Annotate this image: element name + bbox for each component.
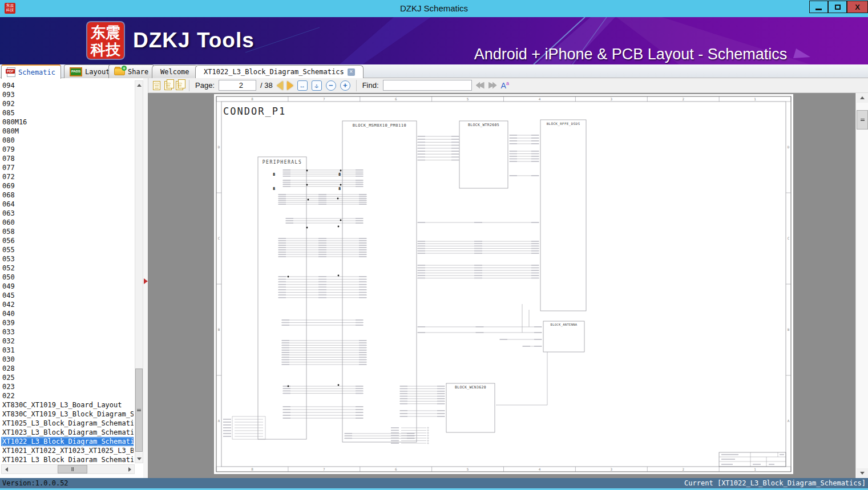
page-label: Page:: [195, 81, 215, 90]
tab-share[interactable]: + Share: [108, 64, 154, 78]
sidebar-item[interactable]: 045: [1, 291, 16, 300]
scroll-right-button[interactable]: [125, 465, 134, 473]
sidebar-item[interactable]: 052: [1, 264, 16, 273]
header-banner: 东震 科技 DZKJ Tools Android + iPhone & PCB …: [0, 17, 868, 64]
sidebar-item[interactable]: 077: [1, 163, 16, 172]
scroll-down-button[interactable]: [135, 455, 143, 463]
scrollbar-thumb[interactable]: [58, 465, 87, 473]
find-input[interactable]: [383, 80, 472, 91]
match-case-icon[interactable]: Aa: [501, 81, 509, 90]
sidebar-item[interactable]: XT1023_L3_Block_Diagram_Schematics: [1, 428, 134, 437]
scrollbar-thumb[interactable]: [135, 368, 143, 452]
doc-tab-current-document[interactable]: XT1022_L3_Block_Diagram_Schematics ×: [195, 65, 364, 78]
sidebar-horizontal-scrollbar[interactable]: [1, 464, 135, 474]
import-page-icon[interactable]: [176, 81, 183, 90]
doc-tab-welcome-label: Welcome: [160, 68, 189, 76]
sidebar-item[interactable]: 032: [1, 337, 16, 346]
svg-text:7: 7: [323, 97, 325, 101]
sidebar-item[interactable]: 085: [1, 108, 16, 118]
find-next-icon[interactable]: [488, 82, 497, 89]
sidebar-item[interactable]: 080M: [1, 127, 20, 136]
sidebar-item[interactable]: 039: [1, 318, 16, 327]
close-tab-icon[interactable]: ×: [348, 68, 355, 76]
tab-bar: PDF Schematic PADS Layout + Share Welcom…: [0, 64, 868, 78]
fit-page-button[interactable]: ↔↕: [312, 80, 322, 91]
maximize-button[interactable]: [828, 1, 847, 13]
tab-layout[interactable]: PADS Layout: [64, 64, 115, 78]
svg-text:A: A: [218, 419, 220, 423]
svg-text:5: 5: [467, 467, 469, 471]
sidebar-item[interactable]: 069: [1, 181, 16, 191]
sidebar-item[interactable]: 042: [1, 300, 16, 309]
block-title: BLOCK_MSM8X10_PM8110: [353, 123, 406, 128]
window-title: DZKJ Schematics: [0, 3, 868, 13]
minimize-button[interactable]: [809, 1, 828, 13]
scroll-up-button[interactable]: [135, 81, 143, 89]
sidebar-item[interactable]: XT830C_XT1019_L3_Board_Layout: [1, 400, 123, 410]
sidebar-item[interactable]: XT1025_L3_Block_Diagram_Schematics: [1, 419, 134, 428]
sidebar-item[interactable]: 040: [1, 309, 16, 318]
fit-width-button[interactable]: ↔: [297, 80, 308, 91]
sidebar-item[interactable]: 078: [1, 154, 16, 163]
sidebar-item[interactable]: 079: [1, 145, 16, 154]
svg-text:B: B: [218, 327, 220, 331]
sidebar-item[interactable]: 072: [1, 172, 16, 181]
close-button[interactable]: X: [847, 1, 868, 13]
application-window: 东震 科技 DZKJ Schematics X 东震 科技 DZKJ Tools…: [0, 0, 868, 490]
zoom-out-button[interactable]: −: [326, 80, 336, 91]
scrollbar-thumb[interactable]: [857, 110, 868, 129]
document-canvas[interactable]: 8877665544332211DDCCBBAACONDOR_P1PERIPHE…: [148, 93, 855, 478]
sidebar-item[interactable]: 023: [1, 382, 16, 391]
sidebar-item[interactable]: 055: [1, 245, 16, 254]
sidebar-item[interactable]: 064: [1, 200, 16, 209]
sidebar-item[interactable]: XT1021_L3_Block_Diagram_Schematics: [1, 455, 134, 462]
sidebar-item[interactable]: 028: [1, 364, 16, 373]
schematic-block: BLOCK_RFFE_DSDS: [540, 120, 586, 311]
sidebar-item[interactable]: 068: [1, 191, 16, 200]
sidebar-item[interactable]: 022: [1, 391, 16, 400]
scroll-left-button[interactable]: [2, 465, 11, 473]
sidebar-item[interactable]: XT1022_L3_Block_Diagram_Schematics: [1, 437, 134, 446]
zoom-in-button[interactable]: +: [340, 80, 350, 91]
previous-page-button[interactable]: [277, 81, 283, 90]
scroll-up-button[interactable]: [857, 93, 868, 103]
doc-tab-welcome[interactable]: Welcome: [152, 65, 198, 78]
sidebar-item[interactable]: 080M16: [1, 118, 28, 127]
sidebar-item[interactable]: 030: [1, 355, 16, 364]
main-vertical-scrollbar[interactable]: [855, 93, 868, 478]
scroll-down-button[interactable]: [857, 468, 868, 478]
page-number-input[interactable]: [219, 80, 256, 91]
svg-text:2: 2: [682, 97, 684, 101]
schematic-page[interactable]: 8877665544332211DDCCBBAACONDOR_P1PERIPHE…: [214, 94, 793, 474]
sidebar-item[interactable]: 080: [1, 136, 16, 145]
sidebar-vertical-scrollbar[interactable]: [135, 80, 143, 463]
page-total: / 38: [260, 81, 273, 90]
sidebar-item[interactable]: 058: [1, 227, 16, 236]
export-page-icon[interactable]: [164, 81, 172, 90]
sidebar-item[interactable]: 050: [1, 273, 16, 282]
svg-text:D: D: [218, 145, 220, 149]
sidebar-item[interactable]: 060: [1, 218, 16, 227]
tab-layout-label: Layout: [85, 68, 110, 76]
svg-text:3: 3: [611, 97, 613, 101]
sidebar-item[interactable]: 053: [1, 254, 16, 264]
sidebar-item[interactable]: 031: [1, 346, 16, 355]
sidebar-item[interactable]: XT830C_XT1019_L3_Block_Diagram_Schemat: [1, 410, 134, 419]
sidebar-item[interactable]: 025: [1, 373, 16, 382]
sidebar-item[interactable]: 049: [1, 282, 16, 291]
sidebar-item[interactable]: 063: [1, 209, 16, 218]
sidebar-item[interactable]: XT1021_XT1022_XT1023_XT1025_L3_Board_I: [1, 446, 134, 455]
sidebar-item[interactable]: 056: [1, 236, 16, 245]
splitter-collapse-icon[interactable]: [144, 278, 148, 284]
next-page-button[interactable]: [287, 81, 293, 90]
schematic-drawing[interactable]: 8877665544332211DDCCBBAACONDOR_P1PERIPHE…: [214, 94, 793, 474]
toolbar-separator: [356, 80, 357, 91]
sheet-title: CONDOR_P1: [223, 106, 286, 117]
sidebar-item[interactable]: 033: [1, 327, 16, 337]
sidebar-item[interactable]: 094: [1, 81, 16, 90]
tab-schematic[interactable]: PDF Schematic: [1, 64, 61, 79]
find-previous-icon[interactable]: [476, 82, 485, 89]
copy-page-icon[interactable]: [153, 81, 160, 90]
sidebar-item[interactable]: 092: [1, 99, 16, 108]
sidebar-item[interactable]: 093: [1, 90, 16, 99]
